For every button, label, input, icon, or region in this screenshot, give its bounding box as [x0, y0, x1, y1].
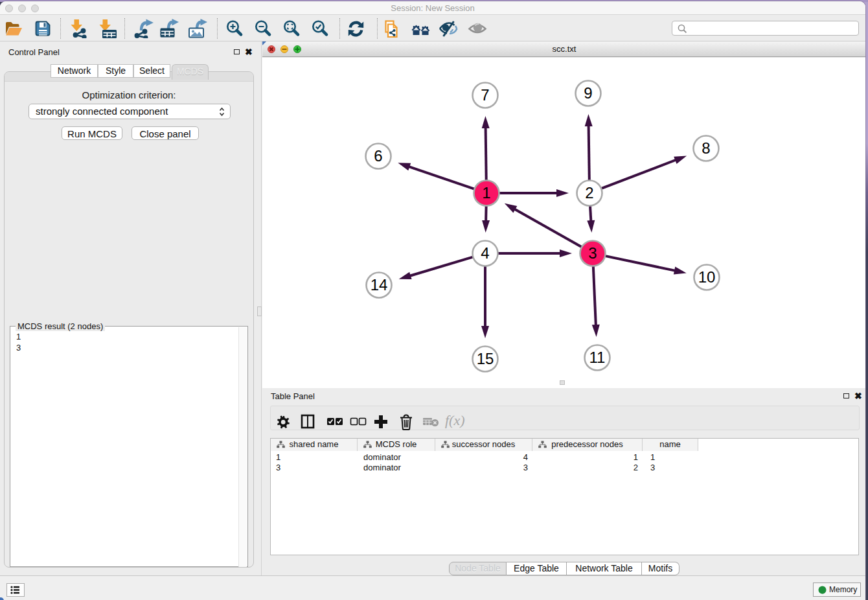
- svg-text:7: 7: [481, 86, 489, 104]
- svg-text:2: 2: [585, 184, 593, 202]
- svg-text:14: 14: [371, 276, 388, 294]
- svg-text:4: 4: [481, 244, 489, 262]
- svg-text:6: 6: [374, 147, 382, 165]
- svg-text:1: 1: [482, 184, 490, 202]
- svg-text:10: 10: [698, 268, 716, 286]
- svg-text:11: 11: [589, 349, 606, 366]
- svg-text:8: 8: [702, 139, 710, 157]
- svg-text:9: 9: [584, 84, 592, 102]
- svg-text:3: 3: [588, 244, 597, 262]
- svg-text:15: 15: [477, 350, 494, 367]
